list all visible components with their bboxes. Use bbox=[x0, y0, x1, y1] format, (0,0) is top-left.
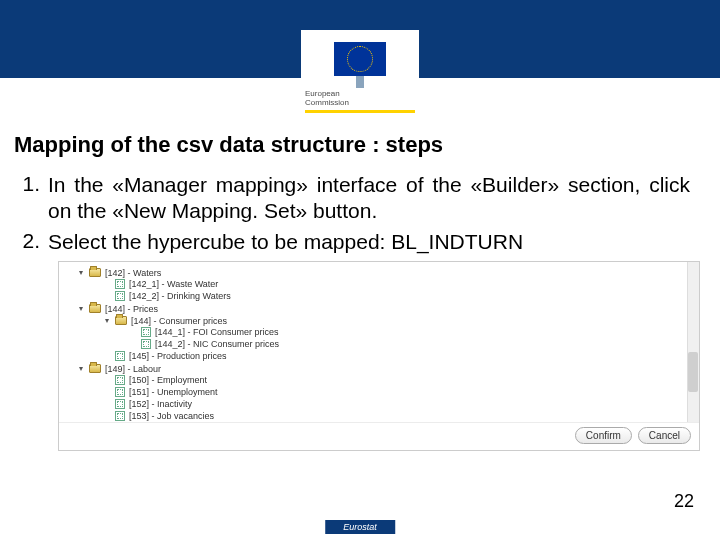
folder-icon bbox=[89, 364, 101, 373]
tree-node[interactable]: [152] - Inactivity bbox=[103, 399, 192, 409]
node-label: [144_2] - NIC Consumer prices bbox=[155, 339, 279, 349]
tree-node[interactable]: [151] - Unemployment bbox=[103, 387, 218, 397]
step-1-number: 1. bbox=[16, 172, 48, 225]
tree-node[interactable]: [142_1] - Waste Water bbox=[103, 279, 218, 289]
cube-icon bbox=[115, 411, 125, 421]
twisty-icon[interactable] bbox=[103, 352, 111, 360]
cube-icon bbox=[115, 399, 125, 409]
hypercube-tree-panel: ▾[142] - Waters[142_1] - Waste Water[142… bbox=[58, 261, 700, 451]
node-label: [142_1] - Waste Water bbox=[129, 279, 218, 289]
ec-logo: European Commission bbox=[301, 30, 419, 124]
cancel-button[interactable]: Cancel bbox=[638, 427, 691, 444]
cube-icon bbox=[115, 291, 125, 301]
tree-node[interactable]: ▾[144] - Prices bbox=[77, 304, 158, 314]
twisty-icon[interactable] bbox=[129, 340, 137, 348]
node-label: [142] - Waters bbox=[105, 268, 161, 278]
node-label: [150] - Employment bbox=[129, 375, 207, 385]
node-label: [152] - Inactivity bbox=[129, 399, 192, 409]
step-2: 2. Select the hypercube to be mapped: BL… bbox=[16, 229, 690, 255]
tree-root: ▾[142] - Waters[142_1] - Waste Water[142… bbox=[65, 267, 693, 422]
twisty-icon[interactable] bbox=[103, 292, 111, 300]
footer-badge: Eurostat bbox=[325, 520, 395, 534]
scrollbar-thumb[interactable] bbox=[688, 352, 698, 392]
logo-text: European Commission bbox=[305, 90, 415, 108]
twisty-icon[interactable] bbox=[103, 388, 111, 396]
logo-underline bbox=[305, 110, 415, 113]
folder-icon bbox=[115, 316, 127, 325]
twisty-icon[interactable]: ▾ bbox=[103, 317, 111, 325]
tree-scroll-area[interactable]: ▾[142] - Waters[142_1] - Waste Water[142… bbox=[59, 262, 699, 422]
twisty-icon[interactable] bbox=[103, 376, 111, 384]
tree-node[interactable]: [144_1] - FOI Consumer prices bbox=[129, 327, 279, 337]
node-label: [149] - Labour bbox=[105, 364, 161, 374]
logo-line1: European bbox=[305, 89, 340, 98]
folder-icon bbox=[89, 304, 101, 313]
twisty-icon[interactable] bbox=[129, 328, 137, 336]
node-label: [142_2] - Drinking Waters bbox=[129, 291, 231, 301]
node-label: [153] - Job vacancies bbox=[129, 411, 214, 421]
step-1: 1. In the «Manager mapping» interface of… bbox=[16, 172, 690, 225]
twisty-icon[interactable] bbox=[103, 412, 111, 420]
folder-icon bbox=[89, 268, 101, 277]
scrollbar[interactable] bbox=[687, 262, 699, 422]
step-2-text: Select the hypercube to be mapped: BL_IN… bbox=[48, 229, 690, 255]
node-label: [144] - Prices bbox=[105, 304, 158, 314]
page-number: 22 bbox=[674, 491, 694, 512]
tree-node[interactable]: [144_2] - NIC Consumer prices bbox=[129, 339, 279, 349]
twisty-icon[interactable] bbox=[103, 400, 111, 408]
twisty-icon[interactable]: ▾ bbox=[77, 365, 85, 373]
twisty-icon[interactable]: ▾ bbox=[77, 269, 85, 277]
cube-icon bbox=[141, 327, 151, 337]
node-label: [145] - Production prices bbox=[129, 351, 227, 361]
cube-icon bbox=[115, 387, 125, 397]
step-1-text: In the «Manager mapping» interface of th… bbox=[48, 172, 690, 225]
tree-node[interactable]: [145] - Production prices bbox=[103, 351, 227, 361]
tree-node[interactable]: [153] - Job vacancies bbox=[103, 411, 214, 421]
step-2-number: 2. bbox=[16, 229, 48, 255]
logo-pillar-icon bbox=[356, 74, 364, 88]
slide-title: Mapping of the csv data structure : step… bbox=[14, 132, 720, 158]
cube-icon bbox=[115, 351, 125, 361]
confirm-button[interactable]: Confirm bbox=[575, 427, 632, 444]
cube-icon bbox=[141, 339, 151, 349]
cube-icon bbox=[115, 279, 125, 289]
logo-line2: Commission bbox=[305, 98, 349, 107]
node-label: [144] - Consumer prices bbox=[131, 316, 227, 326]
node-label: [144_1] - FOI Consumer prices bbox=[155, 327, 279, 337]
node-label: [151] - Unemployment bbox=[129, 387, 218, 397]
steps-list: 1. In the «Manager mapping» interface of… bbox=[16, 172, 690, 255]
tree-node[interactable]: [142_2] - Drinking Waters bbox=[103, 291, 231, 301]
twisty-icon[interactable]: ▾ bbox=[77, 305, 85, 313]
tree-node[interactable]: [150] - Employment bbox=[103, 375, 207, 385]
twisty-icon[interactable] bbox=[103, 280, 111, 288]
dialog-button-bar: Confirm Cancel bbox=[59, 422, 699, 450]
cube-icon bbox=[115, 375, 125, 385]
eu-flag-icon bbox=[334, 42, 386, 76]
tree-node[interactable]: ▾[144] - Consumer prices bbox=[103, 316, 227, 326]
tree-node[interactable]: ▾[142] - Waters bbox=[77, 268, 161, 278]
tree-node[interactable]: ▾[149] - Labour bbox=[77, 364, 161, 374]
